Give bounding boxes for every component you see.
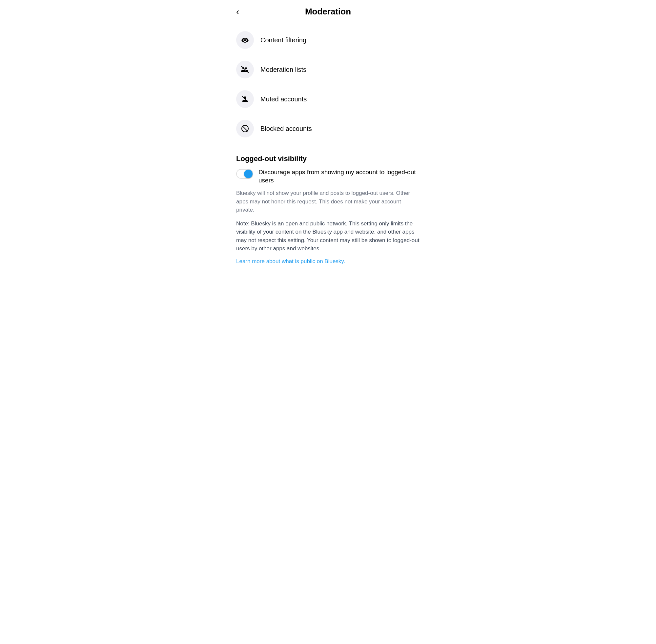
menu-list: Content filtering Moderation lists Muted… — [230, 22, 426, 147]
svg-line-3 — [242, 126, 248, 131]
visibility-note: Note: Bluesky is an open and public netw… — [230, 220, 426, 253]
visibility-toggle[interactable] — [236, 169, 253, 179]
blocked-accounts-label: Blocked accounts — [260, 125, 312, 133]
block-icon — [236, 120, 254, 137]
header: ‹ Moderation — [230, 0, 426, 22]
users-slash-icon — [236, 61, 254, 78]
toggle-container: Discourage apps from showing my account … — [230, 168, 426, 184]
logged-out-section: Logged-out visibility Discourage apps fr… — [230, 147, 426, 265]
moderation-lists-item[interactable]: Moderation lists — [236, 55, 420, 84]
toggle-label: Discourage apps from showing my account … — [258, 168, 420, 184]
toggle-knob — [244, 169, 253, 178]
logged-out-section-title: Logged-out visibility — [230, 147, 426, 168]
page-title: Moderation — [236, 6, 420, 17]
back-button[interactable]: ‹ — [236, 7, 239, 16]
toggle-row: Discourage apps from showing my account … — [236, 168, 420, 184]
muted-accounts-item[interactable]: Muted accounts — [236, 84, 420, 114]
learn-more-link[interactable]: Learn more about what is public on Blues… — [230, 258, 426, 265]
eye-icon — [236, 31, 254, 49]
content-filtering-item[interactable]: Content filtering — [236, 25, 420, 55]
visibility-description: Bluesky will not show your profile and p… — [230, 189, 426, 214]
content-filtering-label: Content filtering — [260, 37, 306, 44]
user-mute-icon — [236, 90, 254, 108]
blocked-accounts-item[interactable]: Blocked accounts — [236, 114, 420, 143]
moderation-lists-label: Moderation lists — [260, 66, 306, 73]
muted-accounts-label: Muted accounts — [260, 95, 307, 103]
